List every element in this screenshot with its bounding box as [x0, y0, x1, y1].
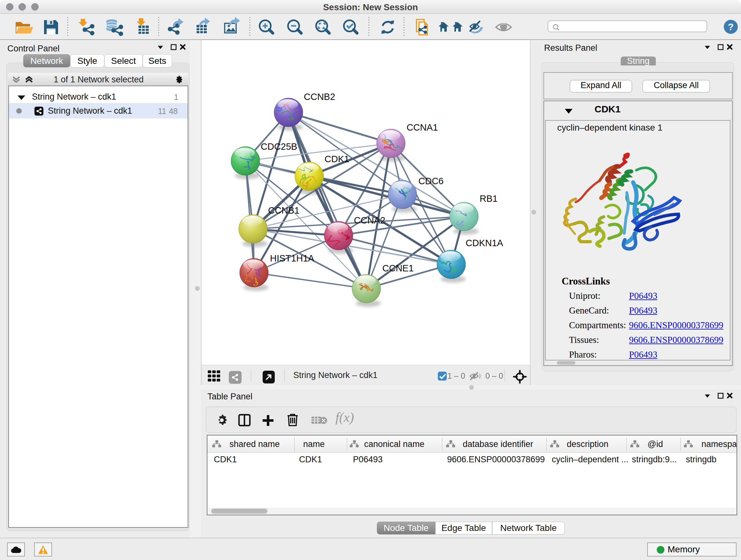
svg-text:CCNA2: CCNA2	[354, 215, 385, 226]
svg-text:CCNB2: CCNB2	[304, 91, 335, 102]
svg-text:CDKN1A: CDKN1A	[466, 238, 503, 248]
svg-text:RB1: RB1	[480, 193, 497, 204]
svg-text:CDC25B: CDC25B	[261, 141, 297, 152]
svg-text:CDK1: CDK1	[325, 154, 349, 164]
svg-text:HIST1H1A: HIST1H1A	[270, 253, 314, 263]
svg-text:CCNE1: CCNE1	[382, 263, 414, 273]
svg-text:CCNA1: CCNA1	[407, 122, 438, 132]
svg-text:CCNB1: CCNB1	[268, 205, 299, 215]
svg-text:CDC6: CDC6	[418, 176, 444, 186]
